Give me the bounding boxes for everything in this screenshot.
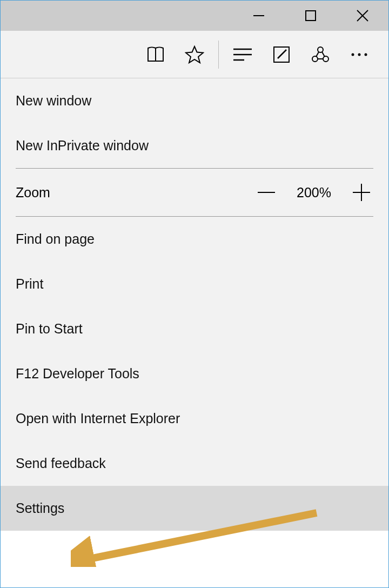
close-button[interactable] bbox=[337, 1, 388, 31]
star-icon bbox=[185, 45, 204, 64]
menu-item-send-feedback[interactable]: Send feedback bbox=[1, 441, 388, 486]
reading-list-button[interactable] bbox=[136, 31, 175, 78]
menu-item-open-ie[interactable]: Open with Internet Explorer bbox=[1, 396, 388, 441]
menu-item-pin-to-start[interactable]: Pin to Start bbox=[1, 306, 388, 351]
menu-item-print[interactable]: Print bbox=[1, 262, 388, 306]
menu-item-find[interactable]: Find on page bbox=[1, 217, 388, 262]
favorites-button[interactable] bbox=[175, 31, 214, 78]
minimize-button[interactable] bbox=[233, 1, 285, 31]
menu-item-new-inprivate[interactable]: New InPrivate window bbox=[1, 123, 388, 168]
svg-point-11 bbox=[323, 56, 328, 62]
book-icon bbox=[146, 45, 165, 64]
zoom-out-button[interactable] bbox=[254, 181, 278, 204]
browser-toolbar bbox=[1, 31, 388, 78]
note-icon bbox=[272, 45, 291, 64]
menu-item-zoom: Zoom 200% bbox=[1, 169, 388, 216]
close-icon bbox=[356, 9, 370, 23]
zoom-controls: 200% bbox=[254, 181, 373, 204]
svg-point-16 bbox=[358, 53, 361, 56]
plus-icon bbox=[351, 182, 372, 203]
share-icon bbox=[311, 45, 330, 64]
svg-point-9 bbox=[318, 47, 323, 52]
menu-item-new-window[interactable]: New window bbox=[1, 78, 388, 123]
more-button[interactable] bbox=[340, 31, 379, 78]
share-button[interactable] bbox=[301, 31, 340, 78]
minus-icon bbox=[256, 182, 277, 203]
more-icon bbox=[350, 52, 369, 57]
web-note-button[interactable] bbox=[262, 31, 301, 78]
svg-point-17 bbox=[365, 53, 367, 56]
svg-line-12 bbox=[316, 52, 319, 57]
minimize-icon bbox=[252, 9, 265, 22]
menu-item-dev-tools[interactable]: F12 Developer Tools bbox=[1, 351, 388, 396]
zoom-label: Zoom bbox=[16, 185, 50, 201]
toolbar-separator bbox=[218, 41, 219, 69]
zoom-value: 200% bbox=[294, 185, 333, 201]
lines-icon bbox=[232, 47, 253, 62]
svg-rect-1 bbox=[306, 11, 316, 21]
hub-button[interactable] bbox=[223, 31, 262, 78]
maximize-icon bbox=[305, 10, 317, 22]
svg-point-15 bbox=[352, 53, 354, 56]
svg-line-8 bbox=[278, 50, 286, 58]
menu-item-settings[interactable]: Settings bbox=[1, 486, 388, 531]
svg-line-13 bbox=[322, 52, 325, 57]
maximize-button[interactable] bbox=[285, 1, 337, 31]
window-titlebar bbox=[1, 1, 388, 31]
zoom-in-button[interactable] bbox=[350, 181, 373, 204]
more-menu: New window New InPrivate window Zoom 200… bbox=[1, 78, 388, 531]
svg-point-10 bbox=[312, 56, 318, 62]
